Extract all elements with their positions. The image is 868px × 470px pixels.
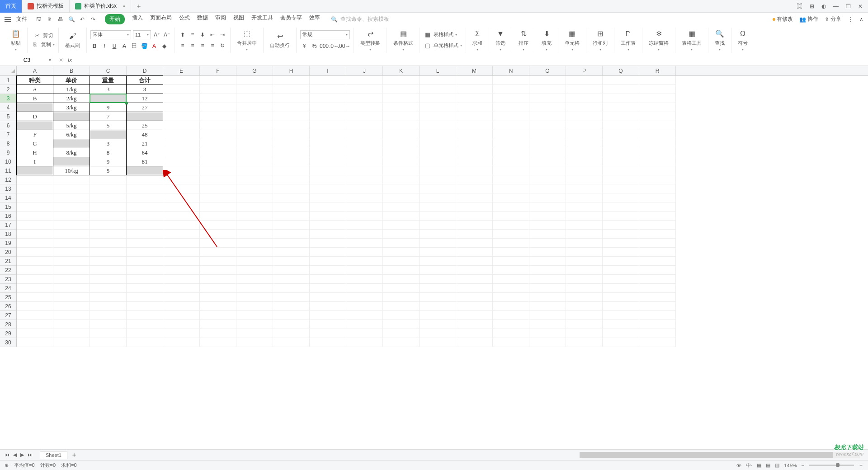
view-normal-icon[interactable]: ▦ bbox=[757, 462, 761, 468]
cancel-fx-icon[interactable]: ✕ bbox=[59, 57, 63, 63]
cell[interactable] bbox=[603, 76, 639, 85]
cell[interactable] bbox=[163, 148, 200, 157]
cell[interactable] bbox=[346, 130, 383, 139]
sheet-next-icon[interactable]: ▶ bbox=[20, 452, 24, 458]
collapse-icon[interactable]: ∧ bbox=[859, 16, 863, 23]
cell[interactable] bbox=[639, 293, 676, 302]
cell[interactable] bbox=[163, 112, 200, 121]
cell[interactable] bbox=[273, 175, 310, 184]
cell[interactable] bbox=[603, 320, 639, 329]
cell[interactable] bbox=[163, 139, 200, 148]
cell[interactable] bbox=[127, 239, 163, 248]
cell[interactable] bbox=[639, 275, 676, 284]
cell[interactable] bbox=[236, 239, 273, 248]
cell[interactable] bbox=[163, 212, 200, 221]
cell[interactable] bbox=[127, 338, 163, 347]
cell[interactable] bbox=[310, 320, 346, 329]
cell[interactable]: 9 bbox=[90, 103, 127, 112]
cell[interactable] bbox=[420, 320, 456, 329]
cell[interactable] bbox=[273, 121, 310, 130]
close-icon[interactable]: ✕ bbox=[856, 2, 864, 10]
cell[interactable] bbox=[17, 320, 53, 329]
cell[interactable] bbox=[420, 202, 456, 212]
name-box[interactable]: ▼ bbox=[0, 54, 54, 66]
name-box-input[interactable] bbox=[11, 57, 43, 63]
cell[interactable] bbox=[639, 148, 676, 157]
cell[interactable]: 6/kg bbox=[53, 130, 90, 139]
cell[interactable] bbox=[383, 311, 420, 320]
row-header[interactable]: 6 bbox=[0, 121, 16, 130]
column-header[interactable]: J bbox=[346, 66, 383, 75]
cell[interactable] bbox=[566, 175, 603, 184]
cell[interactable] bbox=[200, 202, 236, 212]
cell[interactable] bbox=[603, 130, 639, 139]
cell[interactable] bbox=[53, 302, 90, 311]
cell[interactable] bbox=[90, 193, 127, 202]
cell[interactable] bbox=[310, 230, 346, 239]
cell[interactable]: D bbox=[16, 112, 53, 121]
ribbon-tab-data[interactable]: 数据 bbox=[197, 14, 208, 24]
cell[interactable] bbox=[529, 311, 566, 320]
cell[interactable] bbox=[346, 148, 383, 157]
row-header[interactable]: 28 bbox=[0, 320, 16, 329]
cell[interactable] bbox=[200, 302, 236, 311]
cell[interactable] bbox=[273, 130, 310, 139]
cell[interactable] bbox=[17, 311, 53, 320]
wrap-button[interactable]: ↩自动换行 bbox=[267, 31, 292, 49]
cell[interactable] bbox=[346, 157, 383, 166]
cell[interactable] bbox=[383, 103, 420, 112]
strikethrough-icon[interactable]: A̶ bbox=[120, 42, 128, 50]
cell[interactable] bbox=[603, 139, 639, 148]
cell[interactable] bbox=[163, 329, 200, 338]
cell[interactable] bbox=[346, 193, 383, 202]
cell[interactable] bbox=[163, 221, 200, 230]
cell[interactable] bbox=[200, 230, 236, 239]
cell[interactable] bbox=[236, 212, 273, 221]
row-header[interactable]: 21 bbox=[0, 257, 16, 266]
cell[interactable] bbox=[126, 166, 163, 175]
cell[interactable] bbox=[236, 193, 273, 202]
cell[interactable] bbox=[53, 175, 90, 184]
cell[interactable] bbox=[17, 193, 53, 202]
cell[interactable] bbox=[529, 257, 566, 266]
cell[interactable] bbox=[273, 193, 310, 202]
cell[interactable] bbox=[126, 112, 163, 121]
cell[interactable] bbox=[420, 184, 456, 193]
cell[interactable] bbox=[383, 148, 420, 157]
cell[interactable] bbox=[310, 293, 346, 302]
cell[interactable] bbox=[163, 311, 200, 320]
cell[interactable] bbox=[456, 320, 493, 329]
cell[interactable]: 重量 bbox=[90, 75, 127, 85]
tab-add[interactable]: ＋ bbox=[131, 2, 146, 10]
cell[interactable] bbox=[90, 275, 127, 284]
cell[interactable] bbox=[346, 230, 383, 239]
cell[interactable] bbox=[456, 329, 493, 338]
cell[interactable] bbox=[603, 257, 639, 266]
column-header[interactable]: G bbox=[236, 66, 273, 75]
cell[interactable] bbox=[639, 266, 676, 275]
cell[interactable] bbox=[200, 257, 236, 266]
lang-icon[interactable]: 中· bbox=[746, 462, 752, 469]
cell[interactable] bbox=[420, 112, 456, 121]
select-all-corner[interactable] bbox=[0, 66, 17, 76]
cell[interactable] bbox=[236, 139, 273, 148]
cell[interactable] bbox=[310, 275, 346, 284]
cell[interactable] bbox=[420, 221, 456, 230]
cell[interactable] bbox=[310, 157, 346, 166]
column-header[interactable]: K bbox=[383, 66, 420, 75]
cell[interactable] bbox=[456, 275, 493, 284]
cell[interactable] bbox=[53, 202, 90, 212]
cell[interactable] bbox=[420, 248, 456, 257]
command-search[interactable]: 🔍 查找命令、搜索模板 bbox=[331, 15, 389, 23]
indent-inc-icon[interactable]: ⇥ bbox=[218, 31, 226, 39]
row-header[interactable]: 25 bbox=[0, 293, 16, 302]
cell[interactable] bbox=[310, 212, 346, 221]
cell[interactable]: 3/kg bbox=[53, 103, 90, 112]
cell[interactable] bbox=[273, 76, 310, 85]
cell[interactable] bbox=[456, 85, 493, 94]
reading-layout-icon[interactable]: ⿴ bbox=[795, 2, 804, 10]
cell[interactable] bbox=[346, 139, 383, 148]
cell[interactable] bbox=[639, 329, 676, 338]
cell[interactable] bbox=[200, 139, 236, 148]
cell[interactable]: 3 bbox=[90, 85, 127, 94]
